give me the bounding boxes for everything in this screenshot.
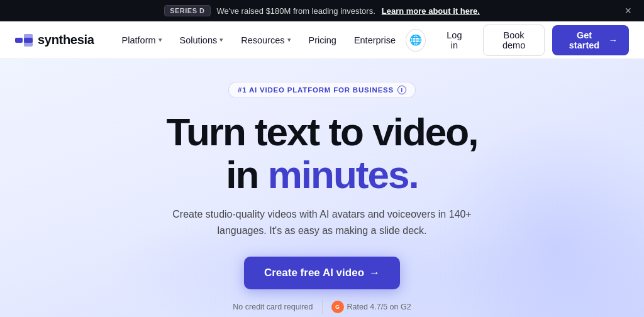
announcement-text: We've raised $180M from leading investor… bbox=[217, 6, 375, 16]
social-proof-divider bbox=[322, 299, 323, 314]
solutions-chevron-icon: ▾ bbox=[219, 36, 223, 44]
nav-item-resources[interactable]: Resources ▾ bbox=[233, 30, 298, 50]
svg-rect-0 bbox=[15, 38, 23, 43]
nav-items: Platform ▾ Solutions ▾ Resources ▾ Prici… bbox=[114, 30, 403, 50]
info-icon[interactable]: i bbox=[397, 86, 406, 94]
platform-badge: #1 AI VIDEO PLATFORM FOR BUSINESS i bbox=[228, 82, 416, 98]
hero-section: #1 AI VIDEO PLATFORM FOR BUSINESS i Turn… bbox=[0, 59, 644, 317]
nav-right: 🌐 Log in Book demo Get started → bbox=[406, 25, 629, 56]
cta-arrow-icon: → bbox=[369, 267, 380, 279]
get-started-button[interactable]: Get started → bbox=[552, 25, 629, 55]
platform-chevron-icon: ▾ bbox=[158, 36, 162, 44]
social-proof: No credit card required G Rated 4.7/5 on… bbox=[233, 299, 411, 314]
globe-icon: 🌐 bbox=[409, 34, 422, 46]
main-nav: synthesia Platform ▾ Solutions ▾ Resourc… bbox=[0, 21, 644, 59]
logo-icon bbox=[15, 34, 33, 47]
nav-item-platform[interactable]: Platform ▾ bbox=[114, 30, 170, 50]
g2-badge: G Rated 4.7/5 on G2 bbox=[331, 301, 411, 313]
hero-subtitle: Create studio-quality videos with AI ava… bbox=[171, 206, 473, 238]
language-selector-button[interactable]: 🌐 bbox=[406, 29, 426, 52]
book-demo-button[interactable]: Book demo bbox=[483, 25, 545, 56]
get-started-arrow-icon: → bbox=[609, 35, 618, 45]
nav-item-pricing[interactable]: Pricing bbox=[301, 30, 344, 50]
hero-title-accent: minutes. bbox=[268, 153, 418, 196]
close-announcement-button[interactable]: × bbox=[625, 5, 631, 16]
no-credit-card-text: No credit card required bbox=[233, 303, 313, 311]
nav-item-enterprise[interactable]: Enterprise bbox=[347, 30, 403, 50]
login-button[interactable]: Log in bbox=[433, 25, 475, 55]
g2-icon: G bbox=[331, 301, 344, 313]
series-badge: SERIES D bbox=[164, 5, 210, 16]
resources-chevron-icon: ▾ bbox=[287, 36, 291, 44]
announcement-link[interactable]: Learn more about it here. bbox=[382, 6, 480, 16]
nav-item-solutions[interactable]: Solutions ▾ bbox=[172, 30, 231, 50]
announcement-bar: SERIES D We've raised $180M from leading… bbox=[0, 0, 644, 21]
create-free-video-button[interactable]: Create free AI video → bbox=[244, 257, 400, 289]
g2-rating-text: Rated 4.7/5 on G2 bbox=[347, 303, 411, 311]
logo-wordmark: synthesia bbox=[38, 33, 94, 47]
svg-rect-2 bbox=[24, 38, 33, 43]
logo[interactable]: synthesia bbox=[15, 33, 94, 47]
hero-title: Turn text to video, in minutes. bbox=[167, 111, 478, 196]
